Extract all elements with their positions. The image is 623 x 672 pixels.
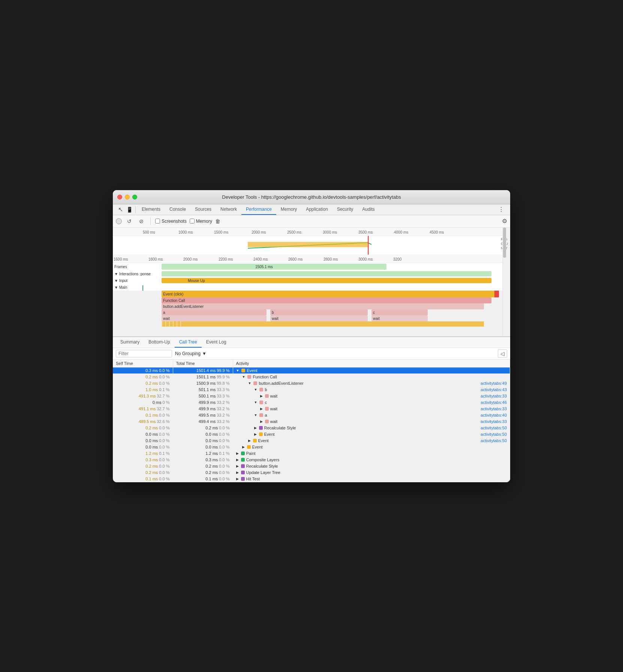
svg-rect-45 [162,297,491,303]
tab-audits[interactable]: Audits [358,204,379,215]
activity-link[interactable]: activitytabs:33 [481,419,507,424]
table-row[interactable]: 0.0 ms 0.0 %0.0 ms 0.0 %▶Event [113,444,510,450]
table-row[interactable]: 0.2 ms 0.0 %0.2 ms 0.0 %▶Recalculate Sty… [113,463,510,469]
tab-call-tree[interactable]: Call Tree [175,337,202,348]
trash-icon[interactable]: 🗑 [215,218,220,224]
svg-text:500 ms: 500 ms [143,230,155,234]
table-row[interactable]: 1.0 ms 0.1 %501.1 ms 33.3 %▼bactivitytab… [113,386,510,393]
expand-icon[interactable]: ▶ [236,464,239,468]
tab-security[interactable]: Security [332,204,358,215]
table-row[interactable]: 491.3 ms 32.7 %500.1 ms 33.3 %▶waitactiv… [113,393,510,399]
table-row[interactable]: 0.1 ms 0.0 %499.5 ms 33.2 %▼aactivitytab… [113,412,510,418]
activity-color-dot [259,388,263,392]
cell-total-time: 1501.1 ms 99.9 % [173,374,233,380]
expand-icon[interactable]: ▶ [254,426,257,430]
svg-rect-55 [162,315,267,321]
screenshots-checkbox[interactable] [155,219,160,224]
table-row[interactable]: 491.1 ms 32.7 %499.9 ms 33.2 %▶waitactiv… [113,405,510,412]
cell-self-time: 0.1 ms 0.0 % [113,412,173,418]
table-container[interactable]: Self Time Total Time Activity 0.3 ms 0.0… [113,360,510,482]
table-row[interactable]: 0.0 ms 0.0 %0.0 ms 0.0 %▶Eventactivityta… [113,431,510,437]
maximize-button[interactable] [132,195,137,200]
expand-icon[interactable]: ▶ [260,394,263,398]
tab-memory[interactable]: Memory [276,204,301,215]
table-row[interactable]: 0.2 ms 0.0 %1501.1 ms 99.9 %▼Function Ca… [113,374,510,380]
table-row[interactable]: 0.2 ms 0.0 %1500.9 ms 99.8 %▼button.addE… [113,380,510,386]
tab-console[interactable]: Console [165,204,190,215]
cell-activity: ▶Eventactivitytabs:50 [233,437,510,444]
bottom-tabs: Summary Bottom-Up Call Tree Event Log [113,337,510,348]
table-body: 0.3 ms 0.0 %1501.4 ms 99.9 %▼Event0.2 ms… [113,367,510,482]
tab-elements[interactable]: Elements [137,204,165,215]
grouping-select[interactable]: No Grouping ▼ [175,351,207,356]
expand-icon[interactable]: ▼ [248,381,252,385]
table-row[interactable]: 489.5 ms 32.6 %499.4 ms 33.2 %▶waitactiv… [113,418,510,424]
activity-link[interactable]: activitytabs:46 [481,400,507,405]
expand-icon[interactable]: ▶ [260,407,263,411]
activity-link[interactable]: activitytabs:50 [481,426,507,430]
expand-icon[interactable]: ▼ [254,388,258,392]
expand-icon[interactable]: ▼ [236,369,240,372]
table-row[interactable]: 0 ms 0 %499.9 ms 33.2 %▼cactivitytabs:46 [113,399,510,405]
expand-icon[interactable]: ▼ [254,400,258,404]
table-row[interactable]: 1.2 ms 0.1 %1.2 ms 0.1 %▶Paint [113,450,510,456]
activity-link[interactable]: activitytabs:40 [481,413,507,417]
minimize-button[interactable] [125,195,130,200]
reload-button[interactable]: ↺ [125,217,134,226]
cell-activity: ▶Event [233,444,510,450]
expand-icon[interactable]: ▶ [248,439,251,442]
activity-link[interactable]: activitytabs:33 [481,394,507,398]
close-button[interactable] [117,195,122,200]
tab-sources[interactable]: Sources [190,204,216,215]
activity-link[interactable]: activitytabs:49 [481,381,507,386]
activity-link[interactable]: activitytabs:50 [481,438,507,443]
screenshots-checkbox-label[interactable]: Screenshots [155,219,187,224]
table-row[interactable]: 0.1 ms 0.0 %0.1 ms 0.0 %▶Hit Test [113,476,510,482]
table-row[interactable]: 0.3 ms 0.0 %1501.4 ms 99.9 %▼Event [113,367,510,374]
expand-icon[interactable]: ▼ [254,413,258,417]
memory-checkbox-label[interactable]: Memory [190,219,212,224]
memory-checkbox[interactable] [190,219,195,224]
expand-icon[interactable]: ▼ [242,375,246,379]
cursor-icon[interactable]: ↖ [116,205,125,214]
record-button[interactable] [116,218,122,224]
activity-link[interactable]: activitytabs:43 [481,387,507,392]
activity-link[interactable]: activitytabs:50 [481,432,507,436]
tab-summary[interactable]: Summary [116,337,144,348]
more-tabs-icon[interactable]: ⋮ [495,204,507,214]
expand-icon[interactable]: ▶ [236,458,239,462]
svg-rect-47 [162,303,484,309]
expand-icon[interactable]: ▶ [260,420,263,423]
cell-activity: ▼cactivitytabs:46 [233,399,510,405]
table-row[interactable]: 0.2 ms 0.0 %0.2 ms 0.0 %▶Recalculate Sty… [113,424,510,431]
cell-total-time: 0.2 ms 0.0 % [173,463,233,469]
tab-bottom-up[interactable]: Bottom-Up [144,337,174,348]
svg-rect-0 [113,228,506,236]
timeline-svg[interactable]: 500 ms 1000 ms 1500 ms 2000 ms 2500 ms 3… [113,228,510,336]
table-row[interactable]: 0.0 ms 0.0 %0.0 ms 0.0 %▶Eventactivityta… [113,437,510,444]
activity-link[interactable]: activitytabs:33 [481,406,507,411]
table-row[interactable]: 0.2 ms 0.0 %0.2 ms 0.0 %▶Update Layer Tr… [113,469,510,476]
expand-icon[interactable]: ▶ [254,432,257,436]
tab-event-log[interactable]: Event Log [202,337,231,348]
mobile-icon[interactable]: 📱 [125,205,134,214]
clear-button[interactable]: ⊘ [137,217,146,226]
tab-application[interactable]: Application [301,204,332,215]
filter-input[interactable] [116,350,172,357]
cell-self-time: 0.2 ms 0.0 % [113,374,173,380]
tab-network[interactable]: Network [216,204,241,215]
svg-text:2000 ms: 2000 ms [183,257,198,261]
expand-icon[interactable]: ▶ [236,452,239,455]
expand-icon[interactable]: ▶ [242,445,245,449]
svg-text:Function Call: Function Call [163,298,185,303]
svg-text:3200: 3200 [393,257,402,261]
expand-icon[interactable]: ▶ [236,477,239,481]
gear-icon[interactable]: ⚙ [502,218,507,225]
tab-performance[interactable]: Performance [241,204,276,215]
cell-total-time: 501.1 ms 33.3 % [173,386,233,393]
svg-text:4000 ms: 4000 ms [394,230,408,234]
expand-icon[interactable]: ▶ [236,471,239,474]
table-row[interactable]: 0.3 ms 0.0 %0.3 ms 0.0 %▶Composite Layer… [113,456,510,463]
collapse-icon[interactable]: ◁ [498,350,507,358]
activity-color-dot [265,420,269,423]
